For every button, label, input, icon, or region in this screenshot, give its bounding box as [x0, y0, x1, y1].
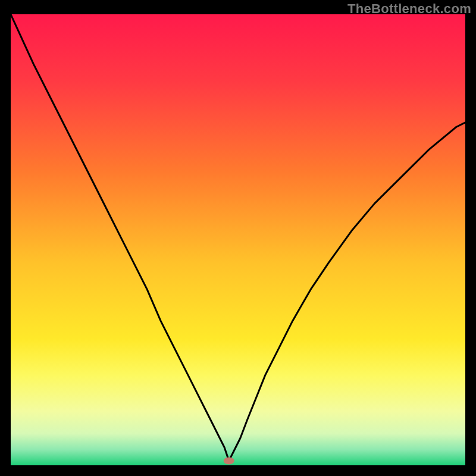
chart-frame: TheBottleneck.com	[0, 0, 476, 476]
bottleneck-chart	[11, 14, 465, 465]
gradient-background	[11, 14, 465, 465]
optimal-point-marker	[224, 457, 234, 464]
